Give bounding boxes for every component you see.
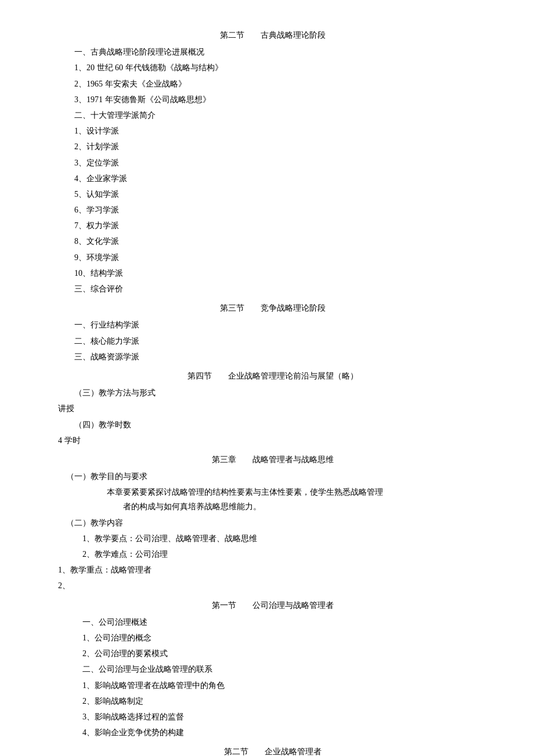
text-line: 三、战略资源学派 [58,350,488,364]
text-line: 一、行业结构学派 [58,318,488,332]
text-line: 2、公司治理的要紧模式 [58,646,488,661]
text-line: （二）教学内容 [58,516,488,530]
text-line: 3、定位学派 [58,156,488,170]
text-line: 6、学习学派 [58,203,488,217]
text-line: 2、计划学派 [58,139,488,154]
text-line: 第三节 竞争战略理论阶段 [58,301,488,315]
text-line: 8、文化学派 [58,234,488,249]
text-line: （四）教学时数 [58,417,488,432]
text-line: 一、古典战略理论阶段理论进展概况 [58,45,488,59]
text-line: （一）教学目的与要求 [58,469,488,484]
text-line: 3、1971 年安德鲁斯《公司战略思想》 [58,92,488,107]
text-line: 4、影响企业竞争优势的构建 [58,725,488,740]
text-line: 4 学时 [58,433,488,448]
text-line: 一、公司治理概述 [58,615,488,629]
text-line: 第二节 企业战略管理者 [58,744,488,756]
text-line: 9、环境学派 [58,250,488,265]
text-line: 1、教学重点：战略管理者 [58,563,488,577]
text-line: 2、教学难点：公司治理 [58,547,488,561]
text-line: 1、公司治理的概念 [58,631,488,645]
text-line: 2、 [58,578,488,593]
text-line: 二、公司治理与企业战略管理的联系 [58,662,488,676]
text-line: 第三章 战略管理者与战略思维 [58,452,488,467]
text-line: 4、企业家学派 [58,171,488,186]
text-line: 讲授 [58,401,488,416]
text-line: 3、影响战略选择过程的监督 [58,710,488,724]
text-line: 2、影响战略制定 [58,694,488,708]
text-line: 三、综合评价 [58,282,488,296]
page-content: 第二节 古典战略理论阶段一、古典战略理论阶段理论进展概况1、20 世纪 60 年… [0,0,534,756]
text-line: 第四节 企业战略管理理论前沿与展望（略） [58,369,488,383]
text-line: 5、认知学派 [58,187,488,201]
text-line: 10、结构学派 [58,266,488,280]
text-line: 1、教学要点：公司治理、战略管理者、战略思维 [58,531,488,546]
text-line: 本章要紧要紧探讨战略管理的结构性要素与主体性要素，使学生熟悉战略管理者的构成与如… [58,485,488,514]
text-line: 1、20 世纪 60 年代钱德勒《战略与结构》 [58,60,488,75]
text-line: （三）教学方法与形式 [58,386,488,400]
text-line: 二、核心能力学派 [58,334,488,348]
text-line: 1、影响战略管理者在战略管理中的角色 [58,678,488,693]
text-line: 第二节 古典战略理论阶段 [58,28,488,42]
text-line: 1、设计学派 [58,124,488,138]
text-line: 2、1965 年安索夫《企业战略》 [58,77,488,91]
text-line: 第一节 公司治理与战略管理者 [58,598,488,613]
text-line: 二、十大管理学派简介 [58,108,488,123]
text-line: 7、权力学派 [58,218,488,233]
